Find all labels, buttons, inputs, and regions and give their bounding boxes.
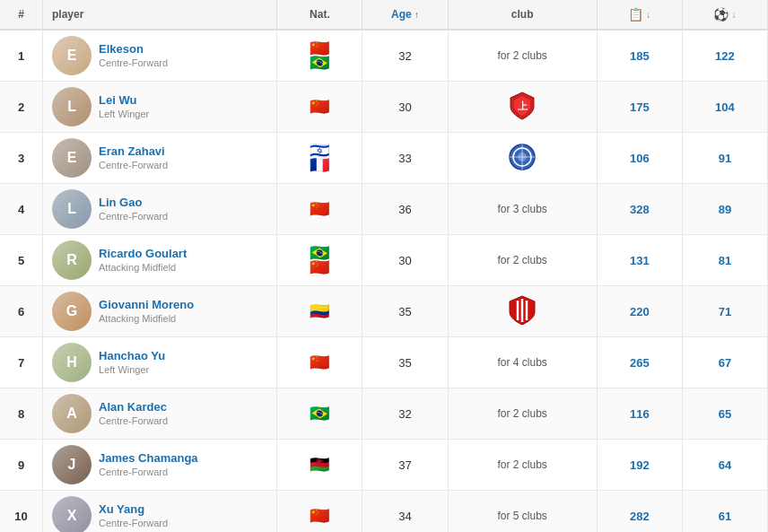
player-name-link[interactable]: Xu Yang [99, 502, 168, 516]
table-row: 8 A Alan Kardec Centre-Forward 🇧🇷32for 2… [0, 388, 768, 440]
nat-header: Nat. [277, 0, 362, 30]
avatar: H [52, 343, 92, 382]
apps-header[interactable]: 📋 ↓ [597, 0, 682, 30]
flags-container: 🇧🇷 [286, 407, 353, 420]
age-header[interactable]: Age ↑ [362, 0, 448, 30]
avatar: J [52, 445, 92, 484]
player-cell: R Ricardo Goulart Attacking Midfield [43, 235, 277, 286]
player-position: Centre-Forward [99, 57, 168, 68]
player-name-link[interactable]: Eran Zahavi [99, 144, 168, 158]
player-name-link[interactable]: James Chamanga [99, 451, 198, 465]
age-sort-link[interactable]: Age ↑ [391, 8, 419, 21]
flag-icon: 🇧🇷 [309, 407, 330, 420]
player-name-link[interactable]: Elkeson [99, 42, 168, 56]
nat-cell: 🇨🇳 [277, 491, 362, 533]
age-cell: 33 [362, 133, 448, 184]
flags-container: 🇨🇳 [286, 203, 353, 215]
rank-header: # [0, 0, 43, 30]
player-header: player [43, 0, 277, 30]
flag-icon: 🇨🇳 [309, 510, 330, 522]
apps-cell: 192 [597, 440, 682, 491]
nat-cell: 🇨🇳 [277, 184, 362, 235]
goals-cell: 65 [682, 388, 767, 440]
svg-text:上: 上 [518, 100, 528, 111]
apps-cell: 185 [597, 30, 682, 82]
nat-cell: 🇧🇷🇨🇳 [277, 235, 362, 286]
apps-cell: 116 [597, 388, 682, 440]
flags-container: 🇨🇳 [286, 356, 353, 369]
age-cell: 30 [362, 82, 448, 133]
flag-icon: 🇨🇳 [309, 42, 330, 55]
apps-cell: 282 [597, 491, 682, 533]
table-row: 2 L Lei Wu Left Winger 🇨🇳30 上 175104 [0, 82, 768, 133]
player-cell: G Giovanni Moreno Attacking Midfield [43, 286, 277, 337]
player-name-link[interactable]: Lei Wu [99, 93, 149, 107]
club-cell: for 2 clubs [448, 388, 597, 440]
goals-cell: 64 [682, 440, 767, 491]
flags-container: 🇲🇼 [286, 458, 353, 471]
player-cell: A Alan Kardec Centre-Forward [43, 388, 277, 440]
goals-cell: 67 [682, 337, 767, 388]
flag-icon: 🇧🇷 [309, 247, 330, 259]
nat-cell: 🇨🇴 [277, 286, 362, 337]
flags-container: 🇨🇳 [286, 100, 353, 113]
club-cell [448, 286, 597, 337]
flag-icon: 🇮🇱 [309, 144, 330, 157]
rank-cell: 7 [0, 337, 43, 388]
avatar: X [52, 496, 92, 532]
table-row: 5 R Ricardo Goulart Attacking Midfield 🇧… [0, 235, 768, 286]
club-cell: for 4 clubs [448, 337, 597, 388]
goals-cell: 61 [682, 491, 767, 533]
player-name-link[interactable]: Alan Kardec [99, 400, 168, 414]
flag-icon: 🇨🇳 [309, 100, 330, 113]
rank-cell: 6 [0, 286, 43, 337]
goals-header[interactable]: ⚽ ↓ [682, 0, 767, 30]
nat-cell: 🇮🇱🇫🇷 [277, 133, 362, 184]
player-name-link[interactable]: Ricardo Goulart [99, 247, 187, 260]
apps-cell: 328 [597, 184, 682, 235]
nat-cell: 🇧🇷 [277, 388, 362, 440]
age-cell: 37 [362, 440, 448, 491]
avatar: L [52, 87, 92, 126]
rank-cell: 4 [0, 184, 43, 235]
apps-cell: 220 [597, 286, 682, 337]
player-cell: L Lin Gao Centre-Forward [43, 184, 277, 235]
rank-cell: 10 [0, 491, 43, 533]
nat-cell: 🇨🇳 [277, 82, 362, 133]
age-cell: 32 [362, 30, 448, 82]
player-name-link[interactable]: Hanchao Yu [99, 349, 165, 362]
avatar: A [52, 394, 92, 433]
player-position: Left Winger [99, 364, 149, 375]
goals-cell: 71 [682, 286, 767, 337]
age-cell: 35 [362, 337, 448, 388]
player-cell: L Lei Wu Left Winger [43, 82, 277, 133]
flag-icon: 🇨🇳 [309, 261, 330, 274]
goals-cell: 104 [682, 82, 767, 133]
club-cell: for 2 clubs [448, 235, 597, 286]
player-cell: E Eran Zahavi Centre-Forward [43, 133, 277, 184]
sort-up-icon: ↑ [415, 10, 419, 20]
table-row: 10 X Xu Yang Centre-Forward 🇨🇳34for 5 cl… [0, 491, 768, 533]
flag-icon: 🇧🇷 [309, 57, 330, 69]
club-logo: 上 [509, 91, 536, 124]
player-name-link[interactable]: Giovanni Moreno [99, 298, 194, 311]
rank-cell: 8 [0, 388, 43, 440]
apps-cell: 131 [597, 235, 682, 286]
flags-container: 🇨🇳 [286, 510, 353, 522]
flags-container: 🇨🇴 [286, 305, 353, 318]
age-cell: 36 [362, 184, 448, 235]
player-position: Attacking Midfield [99, 262, 176, 273]
avatar: E [52, 138, 92, 178]
apps-cell: 106 [597, 133, 682, 184]
flag-icon: 🇨🇳 [309, 356, 330, 369]
goals-sort-icon: ↓ [731, 10, 736, 20]
nat-cell: 🇲🇼 [277, 440, 362, 491]
player-name-link[interactable]: Lin Gao [99, 196, 168, 209]
club-logo [508, 143, 537, 174]
player-cell: E Elkeson Centre-Forward [43, 30, 277, 82]
player-position: Centre-Forward [99, 467, 168, 477]
age-cell: 32 [362, 388, 448, 440]
rank-cell: 5 [0, 235, 43, 286]
player-cell: H Hanchao Yu Left Winger [43, 337, 277, 388]
player-position: Left Winger [99, 109, 149, 119]
